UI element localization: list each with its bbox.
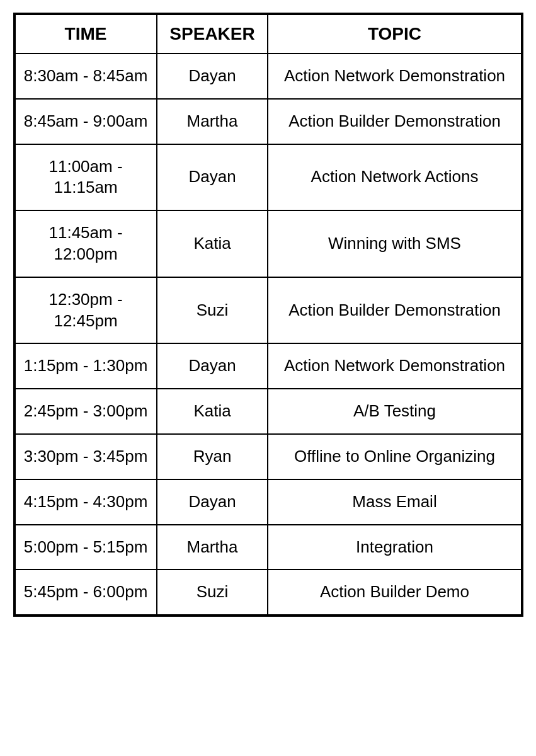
cell-time: 5:45pm - 6:00pm (15, 570, 157, 615)
cell-time: 4:15pm - 4:30pm (15, 479, 157, 525)
schedule-table: TIME SPEAKER TOPIC 8:30am - 8:45amDayanA… (14, 14, 522, 616)
cell-speaker: Suzi (157, 570, 268, 615)
table-row: 8:45am - 9:00amMarthaAction Builder Demo… (15, 99, 522, 144)
cell-speaker: Suzi (157, 277, 268, 344)
table-row: 1:15pm - 1:30pmDayanAction Network Demon… (15, 343, 522, 389)
cell-topic: Action Network Demonstration (268, 343, 521, 389)
cell-speaker: Ryan (157, 434, 268, 479)
table-row: 12:30pm - 12:45pmSuziAction Builder Demo… (15, 277, 522, 344)
table-row: 4:15pm - 4:30pmDayanMass Email (15, 479, 522, 525)
cell-topic: A/B Testing (268, 389, 521, 434)
cell-time: 5:00pm - 5:15pm (15, 525, 157, 570)
cell-speaker: Dayan (157, 479, 268, 525)
table-row: 11:45am - 12:00pmKatiaWinning with SMS (15, 210, 522, 277)
cell-topic: Winning with SMS (268, 210, 521, 277)
cell-speaker: Dayan (157, 54, 268, 99)
table-row: 11:00am - 11:15amDayanAction Network Act… (15, 144, 522, 211)
cell-speaker: Katia (157, 389, 268, 434)
header-time: TIME (15, 14, 157, 54)
table-row: 8:30am - 8:45amDayanAction Network Demon… (15, 54, 522, 99)
cell-time: 2:45pm - 3:00pm (15, 389, 157, 434)
cell-time: 11:00am - 11:15am (15, 144, 157, 211)
table-row: 3:30pm - 3:45pmRyanOffline to Online Org… (15, 434, 522, 479)
header-speaker: SPEAKER (157, 14, 268, 54)
cell-topic: Action Network Actions (268, 144, 521, 211)
cell-speaker: Dayan (157, 144, 268, 211)
cell-time: 1:15pm - 1:30pm (15, 343, 157, 389)
header-topic: TOPIC (268, 14, 521, 54)
cell-time: 8:45am - 9:00am (15, 99, 157, 144)
cell-speaker: Katia (157, 210, 268, 277)
cell-time: 11:45am - 12:00pm (15, 210, 157, 277)
cell-speaker: Martha (157, 99, 268, 144)
cell-time: 3:30pm - 3:45pm (15, 434, 157, 479)
cell-time: 12:30pm - 12:45pm (15, 277, 157, 344)
cell-topic: Integration (268, 525, 521, 570)
cell-topic: Offline to Online Organizing (268, 434, 521, 479)
cell-speaker: Martha (157, 525, 268, 570)
cell-topic: Action Builder Demo (268, 570, 521, 615)
cell-topic: Action Network Demonstration (268, 54, 521, 99)
cell-speaker: Dayan (157, 343, 268, 389)
table-row: 5:00pm - 5:15pmMarthaIntegration (15, 525, 522, 570)
cell-time: 8:30am - 8:45am (15, 54, 157, 99)
cell-topic: Action Builder Demonstration (268, 277, 521, 344)
table-row: 2:45pm - 3:00pmKatiaA/B Testing (15, 389, 522, 434)
cell-topic: Mass Email (268, 479, 521, 525)
schedule-table-container: TIME SPEAKER TOPIC 8:30am - 8:45amDayanA… (13, 13, 523, 617)
cell-topic: Action Builder Demonstration (268, 99, 521, 144)
table-header-row: TIME SPEAKER TOPIC (15, 14, 522, 54)
table-row: 5:45pm - 6:00pmSuziAction Builder Demo (15, 570, 522, 615)
